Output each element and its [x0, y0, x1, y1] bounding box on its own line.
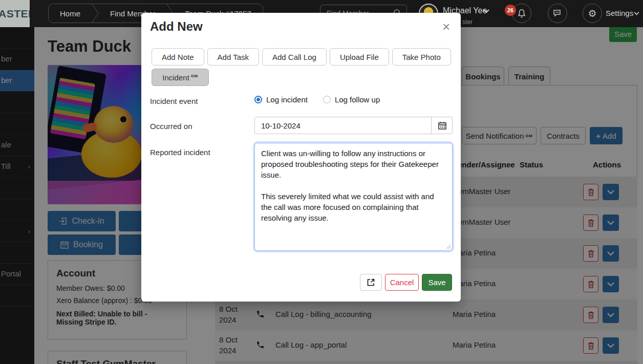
logo-text: ASTER: [0, 8, 30, 20]
notification-count-badge: 26: [505, 5, 516, 16]
external-link-icon: [367, 279, 375, 286]
radio-log-incident-label[interactable]: Log incident: [266, 95, 308, 104]
incident-event-radios: Log incident Log follow up: [254, 95, 380, 104]
radio-log-follow-up[interactable]: [323, 96, 331, 103]
occurred-on-label: Occurred on: [150, 122, 192, 131]
close-icon[interactable]: ×: [442, 20, 450, 33]
upload-file-button[interactable]: Upload File: [330, 48, 389, 66]
reported-incident-label: Reported incident: [150, 148, 210, 157]
messages-button[interactable]: [548, 4, 567, 23]
add-task-button[interactable]: Add Task: [207, 48, 259, 66]
user-club-label: ster: [462, 18, 473, 26]
bell-icon: [517, 9, 526, 18]
chevron-down-icon[interactable]: [483, 9, 489, 13]
date-picker-button[interactable]: [431, 117, 453, 134]
cancel-button[interactable]: Cancel: [385, 274, 419, 291]
take-photo-button[interactable]: Take Photo: [392, 48, 451, 66]
occurred-on-input[interactable]: [254, 117, 453, 134]
save-button[interactable]: Save: [422, 274, 452, 291]
gear-icon: ⚙: [588, 9, 596, 18]
gm-badge: GM: [191, 74, 198, 78]
calendar-icon: [438, 121, 446, 130]
radio-log-follow-up-label[interactable]: Log follow up: [335, 95, 380, 104]
radio-log-incident[interactable]: [254, 96, 262, 103]
add-new-modal: Add New × Add Note Add Task Add Call Log…: [141, 13, 461, 302]
modal-footer: Cancel Save: [360, 274, 452, 291]
open-in-new-window-button[interactable]: [360, 274, 382, 291]
reported-incident-textarea[interactable]: Client was un-willing to follow any inst…: [254, 143, 453, 251]
settings-label[interactable]: Settings: [606, 9, 633, 17]
modal-title: Add New: [150, 19, 203, 34]
settings-button[interactable]: ⚙: [583, 4, 602, 23]
incident-button[interactable]: IncidentGM: [152, 69, 209, 86]
chevron-down-icon[interactable]: [634, 12, 639, 15]
breadcrumb-separator-icon: [92, 4, 99, 23]
reported-incident-wrap: Client was un-willing to follow any inst…: [254, 143, 453, 251]
gymmaster-app: ASTER Home Find Member Team Duck #17257 …: [0, 0, 643, 364]
add-call-log-button[interactable]: Add Call Log: [262, 48, 327, 66]
incident-event-label: Incident event: [150, 97, 198, 105]
quick-add-buttons: Add Note Add Task Add Call Log Upload Fi…: [152, 48, 451, 66]
gymmaster-logo[interactable]: ASTER: [0, 0, 30, 27]
chat-icon: [553, 9, 563, 18]
add-note-button[interactable]: Add Note: [152, 48, 204, 66]
breadcrumb-home[interactable]: Home: [49, 9, 92, 18]
resize-grip-icon[interactable]: [446, 244, 451, 249]
